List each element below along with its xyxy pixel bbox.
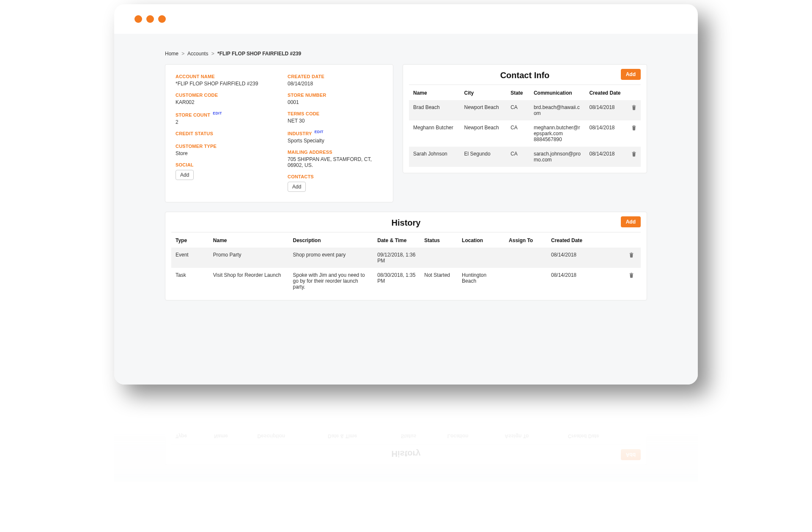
field-industry: INDUSTRY EDIT Sports Specialty: [288, 130, 383, 144]
value: 08/14/2018: [288, 81, 383, 87]
trash-icon: [631, 104, 636, 110]
label: TERMS CODE: [288, 111, 383, 116]
field-mailing-address: MAILING ADDRESS 705 SHIPPAN AVE, STAMFOR…: [288, 150, 383, 168]
field-terms-code: TERMS CODE NET 30: [288, 111, 383, 124]
window-dot-icon: [146, 15, 154, 23]
delete-row-button[interactable]: [627, 147, 641, 167]
col-state: State: [506, 85, 529, 100]
delete-row-button[interactable]: [622, 248, 641, 268]
account-details-card: ACCOUNT NAME *FLIP FLOP SHOP FAIRFIELD #…: [165, 64, 393, 202]
cell-name: Promo Party: [209, 248, 289, 268]
field-store-count: STORE COUNT EDIT 2: [176, 111, 271, 125]
field-created-date: CREATED DATE 08/14/2018: [288, 74, 383, 87]
field-social: SOCIAL Add: [176, 162, 271, 180]
cell-status: Not Started: [420, 268, 458, 294]
col-city: City: [460, 85, 507, 100]
value: NET 30: [288, 118, 383, 124]
cell-created: 08/14/2018: [547, 268, 622, 294]
cell-datetime: 08/30/2018, 1:35 PM: [373, 268, 420, 294]
trash-icon: [629, 272, 634, 278]
value: 0001: [288, 99, 383, 105]
label-text: INDUSTRY: [288, 131, 312, 136]
col-name: Name: [209, 232, 289, 248]
history-table: Type Name Description Date & Time Status…: [171, 232, 641, 294]
value: 2: [176, 119, 271, 125]
trash-icon: [629, 252, 634, 258]
field-customer-code: CUSTOMER CODE KAR002: [176, 93, 271, 105]
contact-info-card: Contact Info Add Name City State Communi…: [403, 64, 647, 173]
col-name: Name: [409, 85, 460, 100]
add-contacts-button[interactable]: Add: [288, 182, 306, 192]
label: STORE COUNT EDIT: [176, 111, 271, 117]
cell-city: El Segundo: [460, 147, 507, 167]
delete-row-button[interactable]: [627, 100, 641, 120]
col-datetime: Date & Time: [373, 232, 420, 248]
chevron-right-icon: >: [181, 51, 184, 57]
label: ACCOUNT NAME: [176, 74, 271, 79]
edit-link[interactable]: EDIT: [213, 111, 222, 115]
edit-link[interactable]: EDIT: [314, 130, 323, 134]
trash-icon: [631, 151, 636, 157]
cell-location: Huntington Beach: [458, 268, 505, 294]
breadcrumb: Home > Accounts > *FLIP FLOP SHOP FAIRFI…: [165, 51, 647, 57]
col-created-date: Created Date: [547, 232, 622, 248]
cell-state: CA: [506, 100, 529, 120]
add-contact-button[interactable]: Add: [621, 69, 641, 80]
cell-created: 08/14/2018: [585, 120, 627, 147]
col-description: Description: [288, 232, 373, 248]
delete-row-button[interactable]: [627, 120, 641, 147]
label: CREATED DATE: [288, 74, 383, 79]
cell-state: CA: [506, 120, 529, 147]
cell-state: CA: [506, 147, 529, 167]
cell-name: Visit Shop for Reorder Launch: [209, 268, 289, 294]
trash-icon: [631, 125, 636, 131]
cell-city: Newport Beach: [460, 120, 507, 147]
label: CREDIT STATUS: [176, 131, 271, 136]
add-history-button[interactable]: Add: [621, 216, 641, 227]
browser-frame: Home > Accounts > *FLIP FLOP SHOP FAIRFI…: [114, 4, 698, 385]
table-row: Meghann Butcher Newport Beach CA meghann…: [409, 120, 641, 147]
field-customer-type: CUSTOMER TYPE Store: [176, 144, 271, 156]
label: CUSTOMER TYPE: [176, 144, 271, 149]
breadcrumb-home[interactable]: Home: [165, 51, 178, 57]
col-assign-to: Assign To: [505, 232, 547, 248]
table-row: Sarah Johnson El Segundo CA sarach.johns…: [409, 147, 641, 167]
cell-assign: [505, 248, 547, 268]
value: KAR002: [176, 99, 271, 105]
reflection-decoration: History Add TypeNameDescriptionDate & Ti…: [114, 385, 698, 511]
col-location: Location: [458, 232, 505, 248]
breadcrumb-current: *FLIP FLOP SHOP FAIRFIELD #239: [217, 51, 301, 57]
field-account-name: ACCOUNT NAME *FLIP FLOP SHOP FAIRFIELD #…: [176, 74, 271, 87]
cell-name: Meghann Butcher: [409, 120, 460, 147]
table-row: Brad Beach Newport Beach CA brd.beach@ha…: [409, 100, 641, 120]
cell-desc: Spoke with Jim and you need to go by for…: [288, 268, 373, 294]
cell-communication: meghann.butcher@repspark.com 8884567890: [529, 120, 585, 147]
history-title: History: [171, 218, 641, 228]
cell-created: 08/14/2018: [585, 100, 627, 120]
window-dot-icon: [134, 15, 142, 23]
label: INDUSTRY EDIT: [288, 130, 383, 136]
col-communication: Communication: [529, 85, 585, 100]
cell-datetime: 09/12/2018, 1:36 PM: [373, 248, 420, 268]
breadcrumb-accounts[interactable]: Accounts: [187, 51, 208, 57]
cell-name: Brad Beach: [409, 100, 460, 120]
cell-assign: [505, 268, 547, 294]
value: *FLIP FLOP SHOP FAIRFIELD #239: [176, 81, 271, 87]
cell-created: 08/14/2018: [585, 147, 627, 167]
label: SOCIAL: [176, 162, 271, 167]
cell-desc: Shop promo event pary: [288, 248, 373, 268]
contacts-table: Name City State Communication Created Da…: [409, 85, 641, 167]
value: Sports Specialty: [288, 138, 383, 144]
cell-type: Task: [171, 268, 209, 294]
col-type: Type: [171, 232, 209, 248]
cell-city: Newport Beach: [460, 100, 507, 120]
app-screen: Home > Accounts > *FLIP FLOP SHOP FAIRFI…: [114, 34, 698, 385]
cell-location: [458, 248, 505, 268]
window-controls: [114, 4, 698, 27]
chevron-right-icon: >: [211, 51, 214, 57]
window-dot-icon: [158, 15, 166, 23]
add-social-button[interactable]: Add: [176, 170, 194, 180]
delete-row-button[interactable]: [622, 268, 641, 294]
cell-status: [420, 248, 458, 268]
col-status: Status: [420, 232, 458, 248]
